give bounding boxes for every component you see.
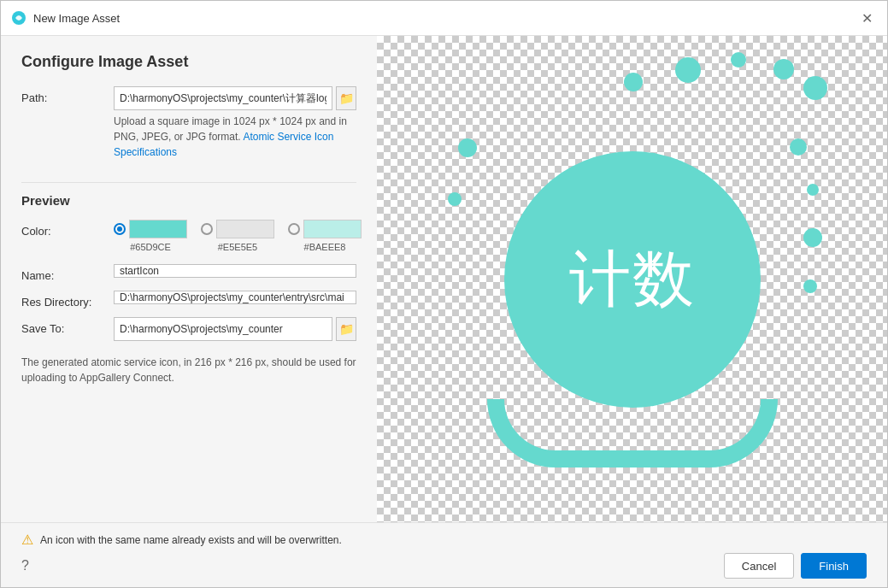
- dot-3: [731, 52, 746, 68]
- color-hex-2: #E5E5E5: [218, 242, 257, 252]
- path-row: Path: 📁 Upload a square image in 1024 px…: [21, 86, 356, 163]
- preview-icon-container: 计数: [427, 40, 838, 519]
- preview-label: Preview: [21, 193, 356, 208]
- res-dir-label: Res Directory:: [21, 291, 107, 309]
- path-input[interactable]: [114, 86, 332, 110]
- color-options: #65D9CE #E5E5E5 #BAE: [114, 220, 362, 252]
- main-icon-circle: 计数: [504, 151, 761, 408]
- color-radio-3[interactable]: [288, 223, 300, 235]
- dot-8: [803, 228, 822, 247]
- warning-text: An icon with the same name already exist…: [40, 534, 342, 546]
- finish-button[interactable]: Finish: [801, 553, 867, 579]
- dot-4: [773, 59, 794, 79]
- warning-row: ⚠ An icon with the same name already exi…: [21, 532, 867, 548]
- dot-6: [790, 138, 807, 156]
- dot-7: [807, 184, 819, 196]
- path-browse-button[interactable]: 📁: [336, 86, 356, 110]
- section-title: Configure Image Asset: [21, 53, 356, 71]
- color-radio-1[interactable]: [114, 223, 126, 235]
- footer-bar: ⚠ An icon with the same name already exi…: [1, 522, 887, 587]
- save-to-input-with-btn: 📁: [114, 317, 356, 341]
- color-label: Color:: [21, 220, 107, 238]
- name-label: Name:: [21, 264, 107, 282]
- help-icon[interactable]: ?: [21, 558, 717, 573]
- color-row: Color: #65D9CE #E5E5E5: [21, 220, 356, 252]
- title-bar: New Image Asset ✕: [1, 1, 887, 36]
- color-swatch-3[interactable]: [303, 220, 362, 238]
- app-logo-icon: [11, 10, 26, 26]
- res-dir-row: Res Directory:: [21, 291, 356, 309]
- color-option-1: #65D9CE: [114, 220, 187, 252]
- dot-2: [675, 57, 701, 83]
- left-panel: Configure Image Asset Path: 📁 Upload a s…: [1, 36, 377, 522]
- cancel-button[interactable]: Cancel: [724, 553, 794, 579]
- color-radio-2[interactable]: [201, 223, 213, 235]
- dot-11: [448, 192, 462, 206]
- name-row: Name:: [21, 264, 356, 282]
- res-dir-input-group: [114, 291, 356, 304]
- save-to-input-group: 📁: [114, 317, 356, 341]
- warning-icon: ⚠: [21, 532, 33, 548]
- color-option-2: #E5E5E5: [201, 220, 274, 252]
- bottom-note: The generated atomic service icon, in 21…: [21, 355, 356, 385]
- hint-text: Upload a square image in 1024 px * 1024 …: [114, 114, 356, 160]
- path-label: Path:: [21, 86, 107, 104]
- color-hex-3: #BAEEE8: [304, 242, 346, 252]
- color-swatch-2[interactable]: [216, 220, 274, 238]
- dot-1: [624, 73, 643, 91]
- path-input-group: 📁 Upload a square image in 1024 px * 102…: [114, 86, 356, 163]
- color-swatch-1[interactable]: [129, 220, 187, 238]
- dot-10: [458, 138, 477, 157]
- dialog-title: New Image Asset: [33, 12, 850, 25]
- button-row: ? Cancel Finish: [21, 553, 867, 579]
- color-option-3: #BAEEE8: [288, 220, 362, 252]
- color-hex-1: #65D9CE: [130, 242, 171, 252]
- name-input[interactable]: [114, 264, 356, 278]
- right-panel: 计数: [377, 36, 887, 522]
- save-to-row: Save To: 📁: [21, 317, 356, 341]
- save-to-label: Save To:: [21, 317, 107, 335]
- res-dir-input[interactable]: [114, 291, 356, 304]
- path-input-with-btn: 📁: [114, 86, 356, 110]
- dialog-window: New Image Asset ✕ Configure Image Asset …: [0, 0, 888, 588]
- save-to-input[interactable]: [114, 317, 332, 341]
- save-to-browse-button[interactable]: 📁: [336, 317, 356, 341]
- dot-9: [803, 279, 817, 293]
- name-input-group: [114, 264, 356, 278]
- divider: [21, 182, 356, 183]
- content-area: Configure Image Asset Path: 📁 Upload a s…: [1, 36, 887, 522]
- close-button[interactable]: ✕: [856, 8, 877, 28]
- icon-text: 计数: [569, 238, 696, 320]
- dot-5: [803, 76, 827, 100]
- bottom-arc: [487, 399, 778, 467]
